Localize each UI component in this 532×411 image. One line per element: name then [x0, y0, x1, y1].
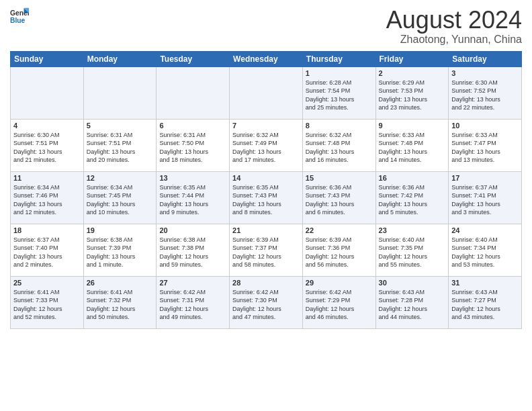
table-cell: 28Sunrise: 6:42 AM Sunset: 7:30 PM Dayli…: [230, 276, 303, 328]
table-cell: [230, 66, 303, 119]
day-number: 19: [87, 226, 154, 234]
table-cell: 2Sunrise: 6:29 AM Sunset: 7:53 PM Daylig…: [375, 66, 449, 119]
table-cell: 9Sunrise: 6:33 AM Sunset: 7:48 PM Daylig…: [375, 119, 449, 171]
day-number: 7: [232, 122, 300, 130]
table-cell: 3Sunrise: 6:30 AM Sunset: 7:52 PM Daylig…: [449, 66, 522, 119]
week-row-3: 11Sunrise: 6:34 AM Sunset: 7:46 PM Dayli…: [11, 171, 522, 224]
day-info: Sunrise: 6:43 AM Sunset: 7:28 PM Dayligh…: [379, 288, 446, 322]
page: General Blue August 2024 Zhaotong, Yunna…: [0, 0, 532, 411]
day-info: Sunrise: 6:41 AM Sunset: 7:32 PM Dayligh…: [87, 288, 154, 322]
table-cell: 31Sunrise: 6:43 AM Sunset: 7:27 PM Dayli…: [449, 276, 522, 328]
day-number: 6: [159, 122, 226, 130]
day-info: Sunrise: 6:32 AM Sunset: 7:49 PM Dayligh…: [232, 131, 300, 165]
table-cell: 5Sunrise: 6:31 AM Sunset: 7:51 PM Daylig…: [83, 119, 157, 171]
header-monday: Monday: [83, 51, 157, 66]
day-number: 27: [159, 279, 226, 287]
table-cell: 18Sunrise: 6:37 AM Sunset: 7:40 PM Dayli…: [11, 224, 84, 276]
table-cell: [157, 66, 230, 119]
day-number: 16: [379, 174, 446, 182]
title-block: August 2024 Zhaotong, Yunnan, China: [386, 7, 522, 46]
table-cell: 27Sunrise: 6:42 AM Sunset: 7:31 PM Dayli…: [157, 276, 230, 328]
table-cell: 8Sunrise: 6:32 AM Sunset: 7:48 PM Daylig…: [302, 119, 375, 171]
day-info: Sunrise: 6:40 AM Sunset: 7:34 PM Dayligh…: [451, 236, 519, 269]
day-number: 9: [379, 122, 446, 130]
week-row-4: 18Sunrise: 6:37 AM Sunset: 7:40 PM Dayli…: [11, 224, 522, 276]
day-info: Sunrise: 6:32 AM Sunset: 7:48 PM Dayligh…: [306, 131, 373, 165]
day-info: Sunrise: 6:42 AM Sunset: 7:29 PM Dayligh…: [306, 288, 373, 322]
day-info: Sunrise: 6:36 AM Sunset: 7:43 PM Dayligh…: [306, 183, 373, 217]
day-number: 20: [159, 226, 226, 234]
subtitle: Zhaotong, Yunnan, China: [386, 34, 522, 46]
day-info: Sunrise: 6:39 AM Sunset: 7:37 PM Dayligh…: [232, 236, 300, 269]
day-number: 4: [13, 122, 81, 130]
day-number: 8: [306, 122, 373, 130]
day-info: Sunrise: 6:39 AM Sunset: 7:36 PM Dayligh…: [306, 236, 373, 269]
main-title: August 2024: [386, 7, 522, 34]
day-number: 5: [87, 122, 154, 130]
day-info: Sunrise: 6:35 AM Sunset: 7:43 PM Dayligh…: [232, 183, 300, 217]
table-cell: 16Sunrise: 6:36 AM Sunset: 7:42 PM Dayli…: [375, 171, 449, 224]
table-cell: 26Sunrise: 6:41 AM Sunset: 7:32 PM Dayli…: [83, 276, 157, 328]
day-info: Sunrise: 6:36 AM Sunset: 7:42 PM Dayligh…: [379, 183, 446, 217]
table-cell: 12Sunrise: 6:34 AM Sunset: 7:45 PM Dayli…: [83, 171, 157, 224]
day-info: Sunrise: 6:42 AM Sunset: 7:31 PM Dayligh…: [159, 288, 226, 322]
day-info: Sunrise: 6:43 AM Sunset: 7:27 PM Dayligh…: [451, 288, 519, 322]
day-number: 3: [451, 69, 519, 77]
day-info: Sunrise: 6:31 AM Sunset: 7:51 PM Dayligh…: [87, 131, 154, 165]
table-cell: 19Sunrise: 6:38 AM Sunset: 7:39 PM Dayli…: [83, 224, 157, 276]
table-cell: 21Sunrise: 6:39 AM Sunset: 7:37 PM Dayli…: [230, 224, 303, 276]
day-info: Sunrise: 6:42 AM Sunset: 7:30 PM Dayligh…: [232, 288, 300, 322]
weekday-header-row: Sunday Monday Tuesday Wednesday Thursday…: [11, 51, 522, 66]
day-number: 14: [232, 174, 300, 182]
day-info: Sunrise: 6:29 AM Sunset: 7:53 PM Dayligh…: [379, 79, 446, 112]
table-cell: 10Sunrise: 6:33 AM Sunset: 7:47 PM Dayli…: [449, 119, 522, 171]
table-cell: 6Sunrise: 6:31 AM Sunset: 7:50 PM Daylig…: [157, 119, 230, 171]
week-row-2: 4Sunrise: 6:30 AM Sunset: 7:51 PM Daylig…: [11, 119, 522, 171]
table-cell: 14Sunrise: 6:35 AM Sunset: 7:43 PM Dayli…: [230, 171, 303, 224]
day-number: 22: [306, 226, 373, 234]
table-cell: [83, 66, 157, 119]
day-info: Sunrise: 6:28 AM Sunset: 7:54 PM Dayligh…: [306, 79, 373, 112]
header-saturday: Saturday: [449, 51, 522, 66]
table-cell: 4Sunrise: 6:30 AM Sunset: 7:51 PM Daylig…: [11, 119, 84, 171]
day-number: 28: [232, 279, 300, 287]
day-info: Sunrise: 6:35 AM Sunset: 7:44 PM Dayligh…: [159, 183, 226, 217]
day-info: Sunrise: 6:30 AM Sunset: 7:51 PM Dayligh…: [13, 131, 81, 165]
day-number: 2: [379, 69, 446, 77]
day-info: Sunrise: 6:30 AM Sunset: 7:52 PM Dayligh…: [451, 79, 519, 112]
calendar: Sunday Monday Tuesday Wednesday Thursday…: [10, 51, 522, 329]
day-info: Sunrise: 6:38 AM Sunset: 7:39 PM Dayligh…: [87, 236, 154, 269]
table-cell: [11, 66, 84, 119]
table-cell: 7Sunrise: 6:32 AM Sunset: 7:49 PM Daylig…: [230, 119, 303, 171]
logo-icon: General Blue: [10, 7, 29, 26]
day-number: 21: [232, 226, 300, 234]
day-number: 18: [13, 226, 81, 234]
day-number: 10: [451, 122, 519, 130]
header-sunday: Sunday: [11, 51, 84, 66]
day-info: Sunrise: 6:38 AM Sunset: 7:38 PM Dayligh…: [159, 236, 226, 269]
day-number: 24: [451, 226, 519, 234]
table-cell: 15Sunrise: 6:36 AM Sunset: 7:43 PM Dayli…: [302, 171, 375, 224]
day-number: 13: [159, 174, 226, 182]
day-info: Sunrise: 6:41 AM Sunset: 7:33 PM Dayligh…: [13, 288, 81, 322]
day-info: Sunrise: 6:33 AM Sunset: 7:47 PM Dayligh…: [451, 131, 519, 165]
day-info: Sunrise: 6:40 AM Sunset: 7:35 PM Dayligh…: [379, 236, 446, 269]
day-number: 23: [379, 226, 446, 234]
header-wednesday: Wednesday: [230, 51, 303, 66]
day-number: 25: [13, 279, 81, 287]
day-number: 31: [451, 279, 519, 287]
day-number: 17: [451, 174, 519, 182]
week-row-1: 1Sunrise: 6:28 AM Sunset: 7:54 PM Daylig…: [11, 66, 522, 119]
header: General Blue August 2024 Zhaotong, Yunna…: [10, 7, 522, 46]
day-number: 1: [306, 69, 373, 77]
day-info: Sunrise: 6:31 AM Sunset: 7:50 PM Dayligh…: [159, 131, 226, 165]
day-number: 12: [87, 174, 154, 182]
day-number: 15: [306, 174, 373, 182]
table-cell: 11Sunrise: 6:34 AM Sunset: 7:46 PM Dayli…: [11, 171, 84, 224]
table-cell: 22Sunrise: 6:39 AM Sunset: 7:36 PM Dayli…: [302, 224, 375, 276]
table-cell: 29Sunrise: 6:42 AM Sunset: 7:29 PM Dayli…: [302, 276, 375, 328]
day-info: Sunrise: 6:34 AM Sunset: 7:45 PM Dayligh…: [87, 183, 154, 217]
table-cell: 25Sunrise: 6:41 AM Sunset: 7:33 PM Dayli…: [11, 276, 84, 328]
table-cell: 24Sunrise: 6:40 AM Sunset: 7:34 PM Dayli…: [449, 224, 522, 276]
week-row-5: 25Sunrise: 6:41 AM Sunset: 7:33 PM Dayli…: [11, 276, 522, 328]
